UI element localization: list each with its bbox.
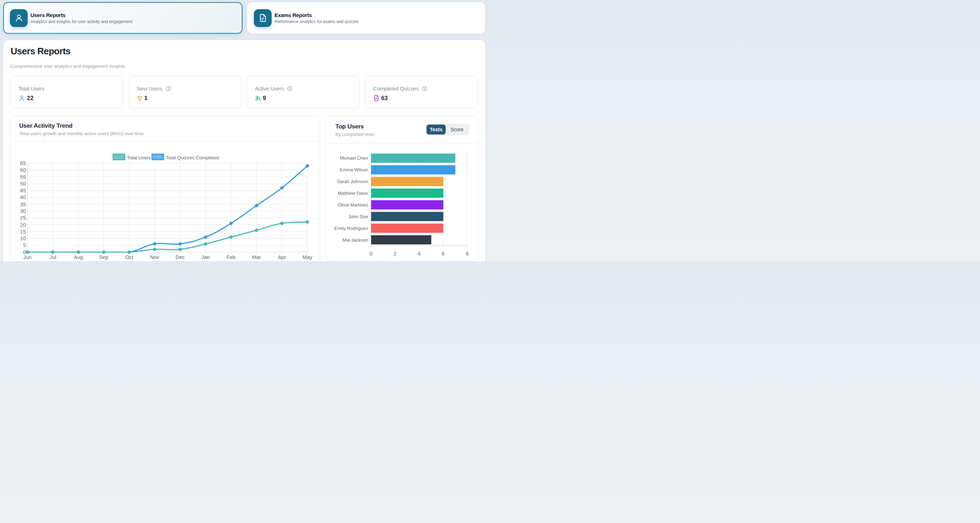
- svg-text:20: 20: [20, 222, 26, 228]
- svg-text:Jul: Jul: [49, 254, 56, 260]
- svg-text:Jan: Jan: [201, 254, 210, 260]
- svg-text:15: 15: [20, 228, 26, 234]
- svg-text:Jun: Jun: [24, 254, 32, 260]
- svg-text:25: 25: [20, 215, 26, 221]
- svg-text:40: 40: [20, 194, 26, 200]
- svg-text:Total Quizzes Completed: Total Quizzes Completed: [166, 155, 219, 160]
- svg-text:Total Users: Total Users: [127, 155, 151, 160]
- svg-text:60: 60: [20, 167, 26, 173]
- svg-text:Dec: Dec: [175, 254, 185, 260]
- svg-text:Mia Jackson: Mia Jackson: [342, 238, 368, 243]
- svg-text:Feb: Feb: [227, 254, 235, 260]
- svg-text:65: 65: [20, 160, 26, 166]
- svg-text:Aug: Aug: [74, 254, 83, 260]
- svg-text:10: 10: [20, 235, 26, 241]
- svg-text:Nov: Nov: [150, 254, 159, 260]
- svg-text:Apr: Apr: [278, 254, 286, 260]
- svg-text:5: 5: [23, 242, 26, 248]
- svg-text:Oct: Oct: [125, 254, 133, 260]
- svg-text:35: 35: [20, 201, 26, 207]
- svg-text:Emma Wilson: Emma Wilson: [340, 167, 368, 172]
- svg-text:Emily Rodriguez: Emily Rodriguez: [334, 226, 368, 231]
- svg-text:Sep: Sep: [99, 254, 108, 260]
- svg-text:Matthew Davis: Matthew Davis: [338, 191, 368, 196]
- svg-text:4: 4: [418, 250, 420, 257]
- svg-text:Olivia Martinez: Olivia Martinez: [337, 202, 368, 207]
- svg-text:8: 8: [466, 250, 469, 257]
- svg-text:6: 6: [442, 250, 445, 257]
- svg-text:30: 30: [20, 208, 26, 214]
- svg-text:Mar: Mar: [252, 254, 261, 260]
- svg-text:Sarah Johnson: Sarah Johnson: [337, 179, 368, 184]
- svg-text:John Doe: John Doe: [348, 214, 368, 219]
- svg-text:0: 0: [369, 250, 372, 257]
- svg-text:May: May: [302, 254, 312, 260]
- svg-text:Michael Chen: Michael Chen: [340, 155, 368, 161]
- svg-text:2: 2: [394, 250, 396, 257]
- svg-text:55: 55: [20, 174, 26, 180]
- svg-text:45: 45: [20, 187, 26, 193]
- svg-text:50: 50: [20, 180, 26, 187]
